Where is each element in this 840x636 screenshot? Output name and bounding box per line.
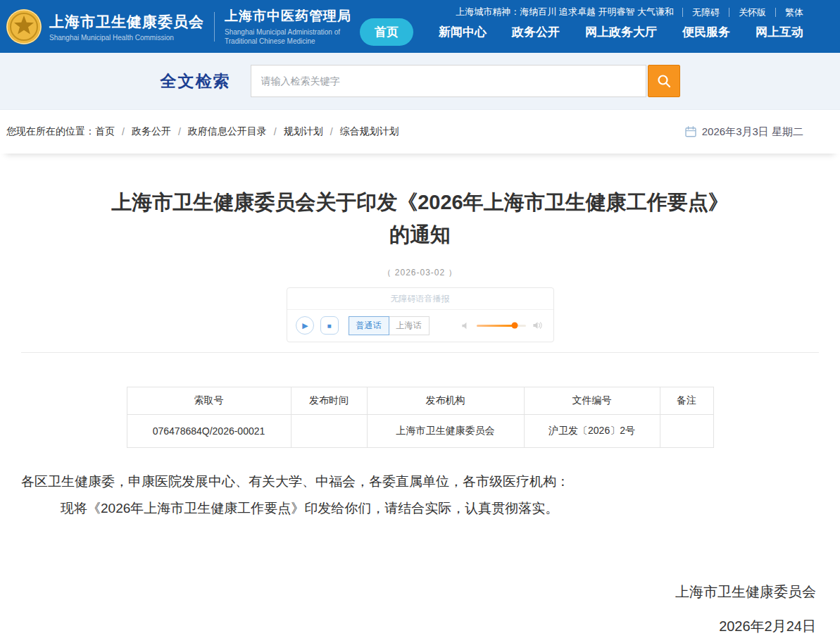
org-health-commission-name: 上海市卫生健康委员会 xyxy=(49,12,204,32)
site-logo-emblem-icon xyxy=(6,8,42,45)
org-tcm-administration-subtitle: Shanghai Municipal Administration of Tra… xyxy=(225,27,358,46)
article-signature-date: 2026年2月24日 xyxy=(24,617,816,636)
article-paragraph: 现将《2026年上海市卫生健康工作要点》印发给你们，请结合实际，认真贯彻落实。 xyxy=(21,499,819,519)
volume-high-icon xyxy=(532,320,544,330)
table-header-row: 索取号 发布时间 发布机构 文件编号 备注 xyxy=(127,387,713,414)
breadcrumb-separator: / xyxy=(274,126,277,137)
table-row: 076478684Q/2026-00021 上海市卫生健康委员会 沪卫发〔202… xyxy=(127,414,713,447)
main-nav: 首页 新闻中心 政务公开 网上政务大厅 便民服务 网上互动 xyxy=(360,18,803,46)
nav-item-news-center[interactable]: 新闻中心 xyxy=(439,24,487,40)
search-button[interactable] xyxy=(648,65,680,97)
site-brand: 上海市卫生健康委员会 Shanghai Municipal Health Com… xyxy=(6,0,358,53)
search-section: 全文检索 xyxy=(0,53,840,110)
breadcrumb-item-home[interactable]: 首页 xyxy=(95,125,115,138)
link-care-version[interactable]: 关怀版 xyxy=(729,8,775,17)
article: 上海市卫生健康委员会关于印发《2026年上海市卫生健康工作要点》的通知 （ 20… xyxy=(0,154,840,636)
breadcrumb-separator: / xyxy=(178,126,181,137)
header-publish-time: 发布时间 xyxy=(291,387,367,414)
brand-divider xyxy=(214,12,215,42)
header-issuing-agency: 发布机构 xyxy=(367,387,524,414)
audio-reader-widget: 无障碍语音播报 ▶ ■ 普通话 上海话 xyxy=(287,287,554,342)
nav-item-online-service-hall[interactable]: 网上政务大厅 xyxy=(585,24,657,40)
current-date-text: 2026年3月3日 星期二 xyxy=(702,125,803,139)
breadcrumb-item-gov-affairs[interactable]: 政务公开 xyxy=(132,125,171,138)
city-spirit-motto: 上海城市精神：海纳百川 追求卓越 开明睿智 大气谦和 xyxy=(456,6,674,18)
breadcrumb-item-info-disclosure-catalog[interactable]: 政府信息公开目录 xyxy=(188,125,267,138)
article-salutation: 各区卫生健康委，申康医院发展中心、有关大学、中福会，各委直属单位，各市级医疗机构… xyxy=(21,472,819,492)
org-health-commission-subtitle: Shanghai Municipal Health Commission xyxy=(49,34,204,42)
top-utility-row: 上海城市精神：海纳百川 追求卓越 开明睿智 大气谦和 无障碍 关怀版 繁体 xyxy=(456,6,803,18)
volume-slider-knob[interactable] xyxy=(512,323,518,329)
volume-slider-fill xyxy=(477,325,515,327)
cell-publish-time xyxy=(291,414,367,447)
link-traditional-chinese[interactable]: 繁体 xyxy=(775,8,803,17)
breadcrumb-item-planning[interactable]: 规划计划 xyxy=(284,125,323,138)
article-signature: 上海市卫生健康委员会 xyxy=(24,582,816,601)
article-publish-date: （ 2026-03-02 ） xyxy=(21,267,819,279)
link-accessibility[interactable]: 无障碍 xyxy=(682,8,729,17)
volume-control xyxy=(461,320,545,330)
volume-slider[interactable] xyxy=(477,325,526,327)
breadcrumb: 您现在所在的位置： 首页 / 政务公开 / 政府信息公开目录 / 规划计划 / … xyxy=(6,125,399,138)
cell-index-number: 076478684Q/2026-00021 xyxy=(127,414,291,447)
org-tcm-administration: 上海市中医药管理局 Shanghai Municipal Administrat… xyxy=(225,7,358,46)
cell-issuing-agency: 上海市卫生健康委员会 xyxy=(367,414,524,447)
nav-item-gov-affairs[interactable]: 政务公开 xyxy=(512,24,560,40)
search-input[interactable] xyxy=(251,65,646,97)
play-icon: ▶ xyxy=(302,321,308,330)
org-health-commission: 上海市卫生健康委员会 Shanghai Municipal Health Com… xyxy=(49,12,204,42)
cell-remarks xyxy=(660,414,713,447)
tab-mandarin[interactable]: 普通话 xyxy=(349,316,389,335)
volume-low-icon xyxy=(461,321,470,330)
stop-icon: ■ xyxy=(327,322,331,330)
content-divider xyxy=(21,352,819,353)
breadcrumb-separator: / xyxy=(330,126,333,137)
breadcrumb-item-comprehensive-planning[interactable]: 综合规划计划 xyxy=(340,125,399,138)
stop-button[interactable]: ■ xyxy=(320,316,339,335)
page: 上海市卫生健康委员会 Shanghai Municipal Health Com… xyxy=(0,0,840,636)
breadcrumb-bar: 您现在所在的位置： 首页 / 政务公开 / 政府信息公开目录 / 规划计划 / … xyxy=(0,110,840,154)
header-document-number: 文件编号 xyxy=(524,387,660,414)
play-button[interactable]: ▶ xyxy=(296,316,314,335)
header-index-number: 索取号 xyxy=(127,387,291,414)
tab-shanghainese[interactable]: 上海话 xyxy=(389,316,430,335)
audio-reader-title: 无障碍语音播报 xyxy=(287,288,553,310)
org-tcm-administration-name: 上海市中医药管理局 xyxy=(225,7,358,25)
header-remarks: 备注 xyxy=(660,387,713,414)
article-title: 上海市卫生健康委员会关于印发《2026年上海市卫生健康工作要点》的通知 xyxy=(111,186,730,251)
breadcrumb-prefix: 您现在所在的位置： xyxy=(6,125,95,138)
site-header: 上海市卫生健康委员会 Shanghai Municipal Health Com… xyxy=(0,0,840,53)
nav-item-public-services[interactable]: 便民服务 xyxy=(682,24,730,40)
search-icon xyxy=(656,73,672,89)
document-meta-table: 索取号 发布时间 发布机构 文件编号 备注 076478684Q/2026-00… xyxy=(127,387,714,448)
cell-document-number: 沪卫发〔2026〕2号 xyxy=(524,414,660,447)
nav-item-online-interaction[interactable]: 网上互动 xyxy=(756,24,803,40)
search-label: 全文检索 xyxy=(161,70,231,92)
language-tabs: 普通话 上海话 xyxy=(349,316,430,335)
breadcrumb-separator: / xyxy=(122,126,125,137)
nav-item-home[interactable]: 首页 xyxy=(360,18,413,46)
current-date: 2026年3月3日 星期二 xyxy=(685,125,803,139)
calendar-icon xyxy=(685,126,696,137)
